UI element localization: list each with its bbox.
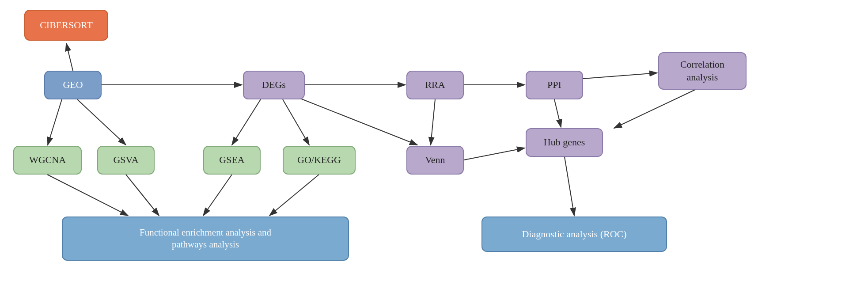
arrow-correlation-hubgenes — [614, 88, 698, 128]
arrow-ppi-hubgenes — [554, 99, 561, 127]
rra-node: RRA — [406, 71, 464, 99]
venn-node: Venn — [406, 146, 464, 175]
arrow-gsva-functional — [126, 175, 159, 216]
arrow-degs-venn — [292, 95, 417, 145]
degs-label: DEGs — [262, 79, 286, 91]
arrow-geo-gsva — [77, 99, 126, 145]
arrow-rra-venn — [431, 99, 435, 145]
ppi-label: PPI — [547, 79, 561, 91]
arrow-hubgenes-diagnostic — [565, 157, 574, 216]
diagnostic-node: Diagnostic analysis (ROC) — [481, 217, 667, 252]
gsea-label: GSEA — [219, 154, 244, 167]
diagram: CIBERSORT GEO DEGs RRA PPI Correlationan… — [0, 0, 868, 285]
arrow-geo-cibersort — [66, 43, 73, 71]
diagnostic-label: Diagnostic analysis (ROC) — [522, 228, 626, 241]
gsva-node: GSVA — [97, 146, 155, 175]
arrow-wgcna-functional — [47, 175, 128, 216]
arrow-geo-wgcna — [48, 99, 62, 145]
functional-node: Functional enrichment analysis andpathwa… — [62, 217, 349, 261]
arrow-degs-gsea — [232, 99, 261, 145]
ppi-node: PPI — [526, 71, 583, 99]
hubgenes-node: Hub genes — [526, 128, 603, 157]
hubgenes-label: Hub genes — [544, 136, 585, 149]
wgcna-node: WGCNA — [13, 146, 82, 175]
geo-node: GEO — [44, 71, 102, 99]
arrow-gokegg-functional — [269, 175, 319, 216]
geo-label: GEO — [63, 79, 83, 91]
degs-node: DEGs — [243, 71, 305, 99]
arrow-venn-hubgenes — [464, 148, 525, 160]
rra-label: RRA — [425, 79, 445, 91]
wgcna-label: WGCNA — [29, 154, 66, 167]
correlation-label: Correlationanalysis — [680, 58, 724, 84]
arrow-degs-gokegg — [283, 99, 309, 145]
cibersort-node: CIBERSORT — [24, 10, 108, 41]
venn-label: Venn — [425, 154, 445, 167]
cibersort-label: CIBERSORT — [40, 19, 93, 32]
gsva-label: GSVA — [113, 154, 138, 167]
gokegg-label: GO/KEGG — [297, 154, 341, 167]
functional-label: Functional enrichment analysis andpathwa… — [140, 227, 271, 251]
arrow-gsea-functional — [203, 175, 232, 216]
correlation-node: Correlationanalysis — [658, 52, 747, 90]
arrow-ppi-correlation — [583, 73, 657, 79]
gsea-node: GSEA — [203, 146, 261, 175]
gokegg-node: GO/KEGG — [283, 146, 356, 175]
